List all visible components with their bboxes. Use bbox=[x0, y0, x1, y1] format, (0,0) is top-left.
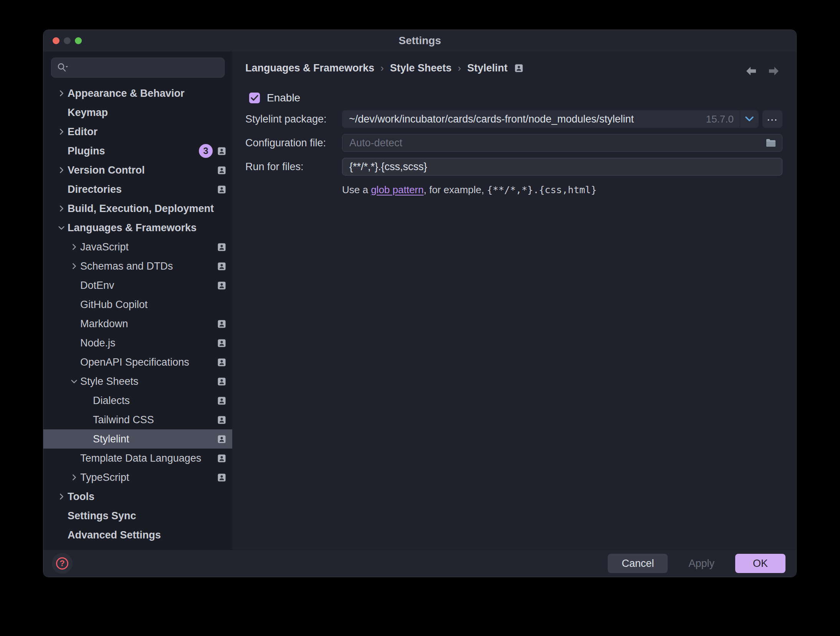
tree-chevron-icon[interactable] bbox=[55, 185, 68, 194]
settings-search[interactable] bbox=[51, 58, 225, 78]
sidebar-item-label: JavaScript bbox=[80, 241, 129, 253]
apply-button[interactable]: Apply bbox=[686, 554, 717, 573]
tree-chevron-icon[interactable] bbox=[68, 473, 80, 482]
tree-chevron-icon[interactable] bbox=[80, 434, 93, 444]
per-user-settings-icon bbox=[217, 262, 226, 271]
tree-chevron-icon[interactable] bbox=[55, 146, 68, 156]
package-value[interactable]: ~/dev/work/incubator/cards/cards-front/n… bbox=[342, 113, 706, 125]
per-user-settings-icon bbox=[217, 147, 226, 156]
minimize-button[interactable] bbox=[64, 37, 71, 44]
tree-chevron-icon[interactable] bbox=[68, 454, 80, 463]
ellipsis-icon: … bbox=[766, 113, 779, 121]
sidebar-item-plugins[interactable]: Plugins 3 bbox=[43, 141, 232, 161]
tree-chevron-icon[interactable] bbox=[55, 166, 68, 175]
settings-tree: Appearance & Behavior Keymap Editor bbox=[43, 84, 232, 550]
help-button[interactable]: ? bbox=[52, 553, 73, 574]
enable-checkbox[interactable] bbox=[249, 93, 260, 103]
sidebar-item-directories[interactable]: Directories bbox=[43, 180, 232, 199]
tree-chevron-icon[interactable] bbox=[55, 108, 68, 117]
sidebar-item-editor[interactable]: Editor bbox=[43, 122, 232, 141]
config-file-field[interactable] bbox=[342, 134, 782, 152]
package-browse-button[interactable]: … bbox=[762, 110, 782, 128]
tree-chevron-icon[interactable] bbox=[68, 358, 80, 367]
glob-pattern-link[interactable]: glob pattern bbox=[371, 184, 423, 195]
hint-text: , for example, bbox=[423, 184, 487, 195]
enable-label: Enable bbox=[267, 92, 300, 104]
glob-hint: Use a glob pattern, for example, {**/*,*… bbox=[342, 184, 782, 196]
sidebar-item-markdown[interactable]: Markdown bbox=[43, 314, 232, 333]
sidebar-item-tailwind-css[interactable]: Tailwind CSS bbox=[43, 410, 232, 429]
sidebar-item-settings-sync[interactable]: Settings Sync bbox=[43, 506, 232, 525]
per-user-settings-icon bbox=[217, 377, 226, 386]
sidebar-item-github-copilot[interactable]: GitHub Copilot bbox=[43, 295, 232, 314]
tree-chevron-icon[interactable] bbox=[55, 204, 68, 213]
tree-chevron-icon[interactable] bbox=[55, 89, 68, 98]
window-title: Settings bbox=[43, 30, 796, 51]
sidebar-item-build-execution-deployment[interactable]: Build, Execution, Deployment bbox=[43, 199, 232, 218]
zoom-button[interactable] bbox=[75, 37, 82, 44]
sidebar-item-languages-frameworks[interactable]: Languages & Frameworks bbox=[43, 218, 232, 237]
sidebar-item-javascript[interactable]: JavaScript bbox=[43, 237, 232, 257]
breadcrumb-separator: › bbox=[458, 62, 461, 74]
forward-arrow-icon bbox=[768, 66, 779, 76]
tree-chevron-icon[interactable] bbox=[55, 223, 68, 232]
breadcrumb-segment[interactable]: Languages & Frameworks bbox=[245, 62, 374, 74]
search-input[interactable] bbox=[72, 61, 219, 74]
sidebar-item-typescript[interactable]: TypeScript bbox=[43, 468, 232, 487]
tree-chevron-icon[interactable] bbox=[55, 511, 68, 520]
per-user-settings-icon bbox=[514, 64, 523, 73]
sidebar-item-label: Directories bbox=[68, 184, 122, 195]
tree-chevron-icon[interactable] bbox=[68, 281, 80, 290]
tree-chevron-icon[interactable] bbox=[68, 377, 80, 386]
tree-chevron-icon[interactable] bbox=[68, 319, 80, 328]
search-history-chevron-icon bbox=[66, 66, 68, 68]
tree-chevron-icon[interactable] bbox=[80, 396, 93, 405]
package-dropdown-button[interactable] bbox=[740, 110, 759, 128]
sidebar-item-node-js[interactable]: Node.js bbox=[43, 333, 232, 353]
ok-button[interactable]: OK bbox=[735, 554, 785, 573]
config-file-label: Configuration file: bbox=[245, 137, 342, 149]
titlebar: Settings bbox=[43, 30, 796, 51]
forward-button[interactable] bbox=[768, 65, 779, 77]
tree-chevron-icon[interactable] bbox=[68, 300, 80, 309]
tree-chevron-icon[interactable] bbox=[68, 262, 80, 271]
close-button[interactable] bbox=[53, 37, 60, 44]
per-user-settings-icon bbox=[217, 435, 226, 444]
tree-chevron-icon[interactable] bbox=[68, 242, 80, 252]
sidebar-item-template-data-languages[interactable]: Template Data Languages bbox=[43, 449, 232, 468]
breadcrumb-segment[interactable]: Stylelint bbox=[467, 62, 508, 74]
back-button[interactable] bbox=[746, 65, 757, 77]
settings-content: Languages & Frameworks›Style Sheets›Styl… bbox=[232, 51, 796, 550]
sidebar-item-style-sheets[interactable]: Style Sheets bbox=[43, 372, 232, 391]
breadcrumb-segment[interactable]: Style Sheets bbox=[390, 62, 452, 74]
hint-example-code: {**/*,*}.{css,html} bbox=[487, 184, 597, 195]
package-combobox[interactable]: ~/dev/work/incubator/cards/cards-front/n… bbox=[342, 110, 759, 128]
sidebar-item-label: Dialects bbox=[93, 395, 130, 407]
config-file-input[interactable] bbox=[349, 137, 765, 149]
count-badge: 3 bbox=[199, 144, 213, 158]
sidebar-item-label: GitHub Copilot bbox=[80, 299, 148, 311]
sidebar-item-keymap[interactable]: Keymap bbox=[43, 103, 232, 122]
sidebar-item-appearance-behavior[interactable]: Appearance & Behavior bbox=[43, 84, 232, 103]
sidebar-item-version-control[interactable]: Version Control bbox=[43, 161, 232, 180]
sidebar-item-dialects[interactable]: Dialects bbox=[43, 391, 232, 410]
hint-text: Use a bbox=[342, 184, 371, 195]
cancel-button[interactable]: Cancel bbox=[608, 554, 668, 573]
tree-chevron-icon[interactable] bbox=[68, 338, 80, 348]
tree-chevron-icon[interactable] bbox=[55, 530, 68, 540]
tree-chevron-icon[interactable] bbox=[80, 415, 93, 424]
folder-icon[interactable] bbox=[765, 138, 777, 148]
tree-chevron-icon[interactable] bbox=[55, 127, 68, 136]
run-for-files-input[interactable] bbox=[349, 161, 777, 173]
sidebar-item-dotenv[interactable]: DotEnv bbox=[43, 276, 232, 295]
sidebar-item-label: OpenAPI Specifications bbox=[80, 356, 189, 368]
checkmark-icon bbox=[251, 95, 258, 101]
run-for-files-field[interactable] bbox=[342, 158, 782, 176]
sidebar-item-tools[interactable]: Tools bbox=[43, 487, 232, 506]
sidebar-item-schemas-and-dtds[interactable]: Schemas and DTDs bbox=[43, 257, 232, 276]
tree-chevron-icon[interactable] bbox=[55, 492, 68, 501]
sidebar-item-advanced-settings[interactable]: Advanced Settings bbox=[43, 525, 232, 545]
sidebar-item-stylelint[interactable]: Stylelint bbox=[43, 429, 232, 449]
sidebar-item-openapi-specifications[interactable]: OpenAPI Specifications bbox=[43, 353, 232, 372]
sidebar-item-label: Appearance & Behavior bbox=[68, 88, 185, 99]
